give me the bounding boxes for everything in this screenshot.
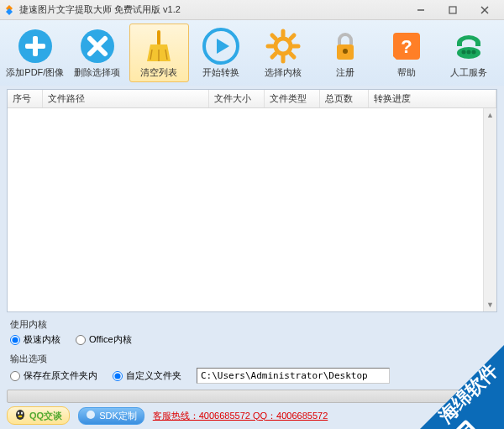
svg-rect-10 — [157, 30, 160, 45]
col-progress[interactable]: 转换进度 — [369, 90, 496, 107]
kernel-section-title: 使用内核 — [10, 318, 494, 331]
kernel-office-radio[interactable]: Office内核 — [76, 333, 132, 346]
svg-line-23 — [291, 35, 294, 39]
toolbar: 添加PDF/图像 删除选择项 清空列表 开始转换 选择内核 注册 ? 帮助 — [0, 20, 504, 86]
sdk-icon — [86, 410, 96, 421]
phone-icon — [450, 28, 487, 65]
register-button[interactable]: 注册 — [315, 24, 375, 82]
svg-point-35 — [18, 416, 23, 417]
file-list: 序号 文件路径 文件大小 文件类型 总页数 转换进度 ▲ ▼ — [7, 89, 497, 312]
svg-point-26 — [343, 49, 348, 54]
help-button[interactable]: ? 帮助 — [377, 24, 438, 82]
col-type[interactable]: 文件类型 — [265, 90, 320, 107]
bottom-bar: QQ交谈 SDK定制 客服热线：4006685572 QQ：4006685572 — [7, 406, 497, 425]
col-path[interactable]: 文件路径 — [43, 90, 209, 107]
qq-icon — [14, 409, 26, 422]
qq-chat-button[interactable]: QQ交谈 — [7, 406, 70, 425]
maximize-button[interactable] — [437, 2, 469, 18]
output-section-title: 输出选项 — [10, 353, 494, 365]
svg-line-22 — [291, 54, 294, 57]
kernel-fast-radio[interactable]: 极速内核 — [10, 333, 60, 346]
svg-rect-1 — [449, 7, 456, 13]
output-section: 输出选项 保存在原文件夹内 自定义文件夹 — [7, 350, 497, 386]
clear-list-button[interactable]: 清空列表 — [129, 24, 190, 82]
svg-marker-15 — [217, 39, 229, 54]
svg-point-33 — [18, 412, 19, 415]
svg-text:?: ? — [402, 36, 412, 57]
col-seq[interactable]: 序号 — [8, 90, 43, 107]
play-icon — [202, 28, 239, 65]
titlebar: 捷速图片文字提取大师 免费试用版 v1.2 — [0, 0, 504, 20]
minimize-button[interactable] — [405, 2, 437, 18]
app-icon — [3, 4, 15, 16]
broom-icon — [140, 28, 177, 65]
svg-point-32 — [16, 410, 24, 420]
lock-icon — [327, 28, 364, 65]
help-icon: ? — [388, 28, 425, 65]
customer-service-button[interactable]: 人工服务 — [438, 24, 499, 82]
output-path-input[interactable] — [197, 368, 390, 384]
output-same-folder-radio[interactable]: 保存在原文件夹内 — [10, 369, 97, 382]
add-file-button[interactable]: 添加PDF/图像 — [5, 24, 66, 82]
plus-icon — [17, 28, 54, 65]
list-body[interactable]: ▲ ▼ — [8, 108, 496, 311]
scroll-down-icon[interactable]: ▼ — [484, 298, 496, 311]
delete-icon — [79, 28, 116, 65]
svg-point-31 — [472, 50, 476, 54]
svg-point-29 — [462, 50, 466, 54]
svg-line-24 — [272, 54, 276, 57]
hotline-text[interactable]: 客服热线：4006685572 QQ：4006685572 — [153, 410, 328, 422]
progress-bar — [7, 390, 497, 403]
kernel-section: 使用内核 极速内核 Office内核 — [7, 316, 497, 348]
delete-selected-button[interactable]: 删除选择项 — [67, 24, 128, 82]
scroll-up-icon[interactable]: ▲ — [484, 108, 496, 122]
window-title: 捷速图片文字提取大师 免费试用版 v1.2 — [19, 3, 181, 16]
gear-icon — [265, 28, 302, 65]
col-pages[interactable]: 总页数 — [320, 90, 369, 107]
col-size[interactable]: 文件大小 — [209, 90, 265, 107]
close-button[interactable] — [469, 2, 501, 18]
svg-rect-6 — [25, 44, 45, 49]
svg-point-36 — [87, 411, 95, 419]
svg-point-34 — [21, 412, 23, 415]
output-custom-folder-radio[interactable]: 自定义文件夹 — [113, 369, 181, 382]
vertical-scrollbar[interactable]: ▲ ▼ — [483, 108, 496, 311]
svg-point-30 — [467, 50, 471, 54]
sdk-button[interactable]: SDK定制 — [78, 407, 144, 425]
svg-point-16 — [276, 39, 291, 54]
start-convert-button[interactable]: 开始转换 — [191, 24, 251, 82]
list-header: 序号 文件路径 文件大小 文件类型 总页数 转换进度 — [8, 90, 496, 108]
select-kernel-button[interactable]: 选择内核 — [253, 24, 313, 82]
svg-line-21 — [272, 35, 276, 39]
